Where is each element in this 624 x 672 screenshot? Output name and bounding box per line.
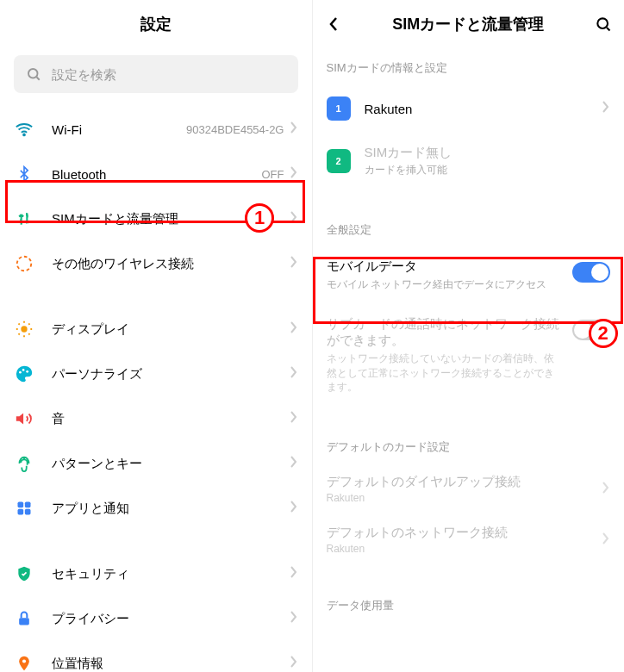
chevron-right-icon bbox=[290, 566, 298, 582]
header-right: SIMカードと流量管理 bbox=[313, 0, 625, 48]
fingerprint-icon bbox=[14, 453, 34, 474]
lock-icon bbox=[14, 608, 34, 629]
svg-point-2 bbox=[17, 257, 32, 271]
chevron-right-icon bbox=[290, 321, 298, 337]
shield-icon bbox=[14, 563, 34, 584]
sim-1[interactable]: 1 Rakuten bbox=[313, 84, 625, 133]
default-label: デフォルトのネットワーク接続 bbox=[327, 525, 602, 541]
item-sim[interactable]: SIMカードと流量管理 bbox=[0, 196, 312, 241]
chevron-right-icon bbox=[290, 121, 298, 137]
item-label: パーソナライズ bbox=[52, 366, 290, 383]
chevron-right-icon bbox=[290, 501, 298, 516]
chevron-right-icon bbox=[290, 656, 298, 671]
search-button[interactable] bbox=[593, 14, 614, 34]
svg-rect-10 bbox=[25, 509, 31, 515]
section-header: SIMカードの情報と設定 bbox=[313, 48, 625, 84]
location-icon bbox=[14, 653, 34, 672]
svg-point-12 bbox=[22, 659, 26, 663]
svg-rect-11 bbox=[19, 618, 29, 625]
section-header: 全般設定 bbox=[313, 210, 625, 246]
apps-icon bbox=[14, 498, 34, 519]
bluetooth-icon bbox=[14, 164, 34, 184]
page-title: SIMカードと流量管理 bbox=[392, 14, 544, 34]
item-bluetooth[interactable]: Bluetooth OFF bbox=[0, 152, 312, 196]
mobile-data-toggle[interactable] bbox=[572, 262, 610, 283]
sim-sub: カードを挿入可能 bbox=[365, 163, 611, 177]
back-button[interactable] bbox=[323, 14, 344, 34]
item-value: 90324BDE4554-2G bbox=[186, 123, 284, 136]
setting-sub: モバイル ネットワーク経由でデータにアクセス bbox=[327, 277, 565, 292]
sim-label: SIMカード無し bbox=[365, 145, 611, 161]
search-icon bbox=[26, 66, 41, 82]
item-location[interactable]: 位置情報 bbox=[0, 641, 312, 672]
settings-pane: 設定 Wi-Fi 90324BDE4554-2G Bluetooth OFF S… bbox=[0, 0, 313, 672]
item-label: セキュリティ bbox=[52, 566, 290, 582]
item-privacy[interactable]: プライバシー bbox=[0, 596, 312, 641]
svg-point-5 bbox=[22, 369, 25, 371]
header-left: 設定 bbox=[0, 0, 312, 48]
sound-icon bbox=[14, 408, 34, 429]
sim-2[interactable]: 2 SIMカード無し カードを挿入可能 bbox=[313, 133, 625, 190]
chevron-right-icon bbox=[290, 366, 298, 382]
item-display[interactable]: ディスプレイ bbox=[0, 307, 312, 352]
sim-card-2-icon: 2 bbox=[327, 149, 351, 173]
item-wifi[interactable]: Wi-Fi 90324BDE4554-2G bbox=[0, 107, 312, 152]
setting-label: サブカードの通話時にネットワーク接続ができます。 bbox=[327, 316, 565, 349]
svg-rect-7 bbox=[18, 502, 24, 508]
brightness-icon bbox=[14, 319, 34, 339]
sub-card-toggle bbox=[572, 320, 610, 340]
sim-pane: SIMカードと流量管理 SIMカードの情報と設定 1 Rakuten 2 SIM… bbox=[313, 0, 625, 672]
section-header: デフォルトのカード設定 bbox=[313, 427, 625, 464]
setting-mobile-data[interactable]: モバイルデータ モバイル ネットワーク経由でデータにアクセス bbox=[313, 246, 625, 304]
item-label: SIMカードと流量管理 bbox=[52, 211, 290, 227]
section-header: データ使用量 bbox=[313, 586, 625, 613]
palette-icon bbox=[14, 364, 34, 384]
svg-rect-9 bbox=[18, 509, 24, 515]
item-label: Bluetooth bbox=[52, 167, 262, 182]
item-security[interactable]: セキュリティ bbox=[0, 551, 312, 596]
item-label: Wi-Fi bbox=[52, 122, 186, 137]
item-label: 音 bbox=[52, 411, 290, 427]
item-label: その他のワイヤレス接続 bbox=[52, 256, 290, 272]
item-personalize[interactable]: パーソナライズ bbox=[0, 352, 312, 396]
item-label: ディスプレイ bbox=[52, 321, 290, 338]
item-pattern-key[interactable]: パターンとキー bbox=[0, 441, 312, 486]
page-title: 設定 bbox=[140, 14, 172, 34]
search-input[interactable] bbox=[52, 67, 286, 82]
chevron-right-icon bbox=[602, 482, 610, 497]
search-bar[interactable] bbox=[14, 55, 298, 93]
default-dial: デフォルトのダイヤルアップ接続 Rakuten bbox=[313, 464, 625, 514]
item-value: OFF bbox=[262, 168, 284, 181]
default-sub: Rakuten bbox=[327, 492, 602, 504]
default-label: デフォルトのダイヤルアップ接続 bbox=[327, 474, 602, 490]
chevron-right-icon bbox=[290, 411, 298, 426]
chevron-right-icon bbox=[602, 532, 610, 548]
chevron-right-icon bbox=[290, 256, 298, 271]
item-label: プライバシー bbox=[52, 611, 290, 627]
data-transfer-icon bbox=[14, 208, 34, 229]
setting-label: モバイルデータ bbox=[327, 258, 565, 275]
chevron-right-icon bbox=[290, 211, 298, 227]
chevron-right-icon bbox=[602, 101, 610, 116]
svg-rect-8 bbox=[25, 502, 31, 508]
wifi-icon bbox=[14, 119, 34, 140]
svg-point-4 bbox=[19, 371, 22, 374]
item-label: パターンとキー bbox=[52, 456, 290, 472]
chevron-right-icon bbox=[290, 456, 298, 471]
default-sub: Rakuten bbox=[327, 543, 602, 555]
item-apps-notif[interactable]: アプリと通知 bbox=[0, 486, 312, 531]
item-other-wireless[interactable]: その他のワイヤレス接続 bbox=[0, 241, 312, 286]
sim-card-1-icon: 1 bbox=[327, 96, 351, 121]
setting-sub: ネットワーク接続していないカードの着信時、依然として正常にネットワーク接続するこ… bbox=[327, 352, 565, 395]
svg-point-3 bbox=[21, 326, 27, 332]
svg-point-13 bbox=[597, 18, 608, 28]
default-network: デフォルトのネットワーク接続 Rakuten bbox=[313, 514, 625, 565]
svg-point-0 bbox=[28, 69, 38, 78]
svg-point-1 bbox=[23, 134, 25, 136]
chevron-right-icon bbox=[290, 611, 298, 626]
wireless-icon bbox=[14, 253, 34, 274]
item-label: 位置情報 bbox=[52, 656, 290, 672]
sim-label: Rakuten bbox=[365, 102, 602, 116]
item-sound[interactable]: 音 bbox=[0, 396, 312, 441]
chevron-right-icon bbox=[290, 166, 298, 182]
